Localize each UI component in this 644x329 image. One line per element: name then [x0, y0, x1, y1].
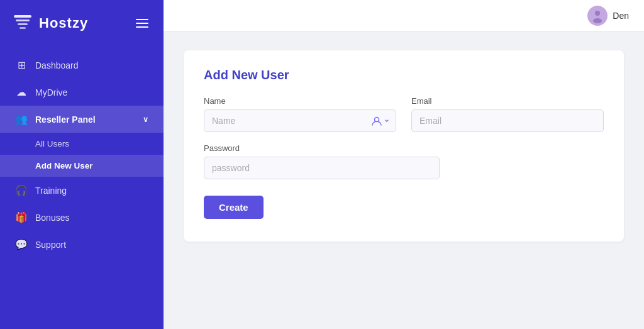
email-field-group: Email [411, 96, 604, 132]
sidebar-item-dashboard[interactable]: ⊞ Dashboard [0, 52, 164, 79]
sidebar: Hostzy ⊞ Dashboard ☁ MyDrive 👥 Reseller … [0, 0, 164, 329]
gift-icon: 🎁 [15, 211, 28, 223]
user-menu[interactable]: Den [587, 6, 629, 26]
sidebar-item-add-new-user[interactable]: Add New User [0, 155, 164, 177]
svg-rect-3 [19, 27, 26, 29]
email-input[interactable] [411, 109, 604, 132]
name-input-wrapper [204, 109, 396, 132]
headphone-icon: 🎧 [15, 184, 28, 196]
svg-point-6 [593, 18, 602, 23]
sidebar-item-label: Bonuses [35, 213, 69, 223]
sidebar-item-mydrive[interactable]: ☁ MyDrive [0, 79, 164, 106]
cloud-icon: ☁ [15, 86, 28, 98]
name-email-row: Name [204, 96, 604, 132]
sidebar-item-support[interactable]: 💬 Support [0, 231, 164, 258]
logo-icon [13, 11, 33, 35]
sidebar-item-bonuses[interactable]: 🎁 Bonuses [0, 204, 164, 231]
create-button[interactable]: Create [204, 196, 264, 219]
sidebar-subitem-label: Add New User [35, 161, 93, 170]
topbar: Den [164, 0, 644, 31]
email-label: Email [411, 96, 604, 106]
dashboard-icon: ⊞ [15, 59, 28, 71]
name-input[interactable] [204, 109, 396, 132]
page-content: Add New User Name [164, 31, 644, 329]
sidebar-subitem-label: All Users [35, 139, 69, 148]
users-icon: 👥 [15, 113, 28, 125]
sidebar-item-reseller[interactable]: 👥 Reseller Panel ∨ [0, 106, 164, 133]
password-row: Password [204, 143, 604, 179]
hamburger-button[interactable] [133, 16, 151, 30]
name-field-group: Name [204, 96, 396, 132]
sidebar-item-label: Dashboard [35, 60, 79, 70]
chevron-down-icon: ∨ [143, 115, 148, 124]
sidebar-item-label: Training [35, 186, 67, 196]
add-user-card: Add New User Name [184, 50, 624, 242]
svg-rect-0 [14, 15, 31, 18]
sidebar-nav: ⊞ Dashboard ☁ MyDrive 👥 Reseller Panel ∨… [0, 47, 164, 329]
avatar-picker-icon[interactable] [371, 115, 390, 126]
svg-point-5 [595, 11, 600, 16]
page-title: Add New User [204, 68, 604, 82]
password-field-group: Password [204, 143, 440, 179]
main-area: Den Add New User Name [164, 0, 644, 329]
sidebar-item-label: Support [35, 240, 66, 250]
sidebar-item-label: MyDrive [35, 87, 67, 98]
svg-rect-2 [18, 23, 28, 25]
password-input[interactable] [204, 157, 440, 179]
sidebar-item-label: Reseller Panel [35, 114, 96, 125]
sidebar-item-training[interactable]: 🎧 Training [0, 177, 164, 204]
password-label: Password [204, 143, 440, 153]
logo-text: Hostzy [39, 15, 88, 31]
name-label: Name [204, 96, 396, 106]
chat-icon: 💬 [15, 238, 28, 250]
logo-area: Hostzy [0, 0, 164, 47]
sidebar-item-all-users[interactable]: All Users [0, 133, 164, 155]
avatar [587, 6, 608, 26]
svg-rect-1 [16, 20, 30, 21]
username-label: Den [613, 11, 629, 21]
